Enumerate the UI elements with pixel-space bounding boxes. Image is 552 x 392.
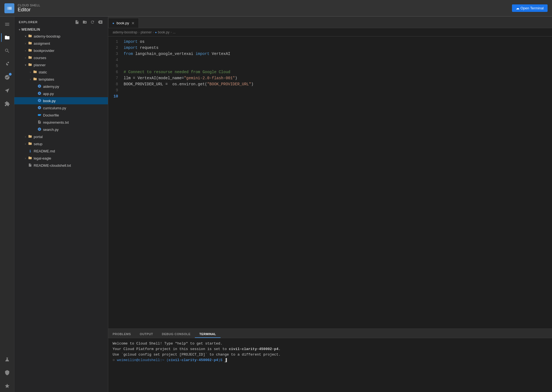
txt-icon-cloudshell (28, 163, 33, 168)
folder-icon-static (33, 70, 38, 75)
terminal-line-3: Use `gcloud config set project [PROJECT_… (113, 352, 548, 357)
flask-icon[interactable] (1, 353, 13, 365)
terminal-prompt: weimeilin@cloudshell:~ (civil-clarity-45… (117, 358, 225, 362)
top-bar-right: ☁ Open Terminal (512, 4, 548, 12)
chevron-portal: › (23, 135, 28, 138)
chevron-bookprovider: › (23, 49, 28, 52)
folder-bookprovider[interactable]: › bookprovider (14, 47, 108, 54)
file-book-py[interactable]: book.py (14, 97, 108, 104)
label-aidemy-py: aidemy.py (43, 84, 108, 89)
folder-icon-setup (28, 142, 33, 146)
terminal-circle: ○ (113, 358, 117, 362)
diamond-icon[interactable] (1, 367, 13, 379)
hamburger-icon[interactable] (1, 18, 13, 30)
chevron-setup: › (23, 142, 28, 145)
editor-area: ● book.py ✕ aidemy-boostrap › planner › … (108, 17, 552, 392)
file-readme-md[interactable]: ℹ README.md (14, 147, 108, 155)
label-courses: courses (34, 56, 108, 60)
star-icon[interactable] (1, 380, 13, 392)
tab-bar: ● book.py ✕ (108, 17, 552, 28)
label-requirements-txt: requirements.txt (43, 120, 108, 125)
folder-icon-portal (28, 134, 33, 139)
terminal-project: civil-clarity-450002-p4 (169, 358, 218, 362)
open-cloud-shell-button[interactable]: ☁ Open Terminal (512, 4, 548, 12)
code-editor[interactable]: 1 import os 2 import requests 3 from lan… (108, 36, 552, 329)
folder-assigment[interactable]: › assigment (14, 40, 108, 47)
folder-courses[interactable]: › courses (14, 54, 108, 61)
terminal-cursor: ▌ (225, 358, 227, 362)
folder-portal[interactable]: › portal (14, 133, 108, 140)
app-title-group: CLOUD SHELL Editor (18, 4, 40, 13)
folder-setup[interactable]: › setup (14, 140, 108, 147)
breadcrumb-part4: ... (173, 30, 176, 34)
chevron-planner: ▾ (23, 63, 28, 67)
folder-static[interactable]: › static (14, 68, 108, 76)
file-search-py[interactable]: search.py (14, 126, 108, 133)
folder-templates[interactable]: › templates (14, 76, 108, 83)
folder-legal-eagle[interactable]: › legal-eagle (14, 155, 108, 162)
docker-icon-dockerfile (37, 113, 42, 118)
tab-terminal[interactable]: TERMINAL (195, 331, 221, 338)
deploy-icon[interactable] (1, 84, 13, 97)
chevron-courses: › (23, 56, 28, 59)
file-dockerfile[interactable]: Dockerfile (14, 112, 108, 119)
tab-book-py[interactable]: ● book.py ✕ (108, 18, 139, 28)
tab-output[interactable]: OUTPUT (135, 331, 157, 338)
tab-close-button[interactable]: ✕ (131, 21, 135, 25)
terminal-line-4: ○ weimeilin@cloudshell:~ (civil-clarity-… (113, 357, 548, 363)
folder-icon-planner (28, 63, 33, 67)
info-icon-readme: ℹ (28, 149, 33, 153)
file-aidemy-py[interactable]: aidemy.py (14, 83, 108, 90)
file-requirements-txt[interactable]: requirements.txt (14, 119, 108, 126)
chevron-legal-eagle: › (23, 157, 28, 160)
chevron-static: › (28, 71, 33, 74)
folder-aidemy-boostrap[interactable]: ▾ aidemy-boostrap (14, 33, 108, 40)
tab-python-icon: ● (112, 21, 114, 25)
code-line-7: 7 llm = VertexAI(model_name="gemini-2.0-… (108, 75, 552, 81)
code-line-1: 1 import os (108, 39, 552, 45)
sidebar: EXPLORER (14, 17, 108, 392)
sidebar-actions (74, 19, 104, 25)
refresh-button[interactable] (89, 19, 96, 25)
new-file-button[interactable] (74, 19, 80, 25)
code-line-9: 9 (108, 87, 552, 93)
project-id: civil-clarity-450002-p4 (229, 347, 278, 351)
python-icon-book (37, 99, 42, 103)
user-circle-icon[interactable] (1, 71, 13, 83)
search-icon[interactable] (1, 45, 13, 57)
python-icon-search (37, 127, 42, 132)
file-readme-cloudshell[interactable]: README-cloudshell.txt (14, 162, 108, 169)
label-bookprovider: bookprovider (34, 49, 108, 53)
tree-root-header[interactable]: ▾ WEIMEILIN (14, 27, 108, 33)
label-planner: planner (34, 63, 108, 67)
breadcrumb-part1: aidemy-boostrap (113, 30, 137, 34)
app-title: Editor (18, 7, 40, 13)
breadcrumb-python-icon: ● (155, 31, 157, 34)
tab-debug-console[interactable]: DEBUG CONSOLE (158, 331, 195, 338)
bottom-panel: PROBLEMS OUTPUT DEBUG CONSOLE TERMINAL W… (108, 329, 552, 392)
label-setup: setup (34, 142, 108, 146)
tab-label-book-py: book.py (116, 21, 129, 25)
terminal-line-2: Your Cloud Platform project in this sess… (113, 346, 548, 352)
files-icon[interactable] (1, 31, 13, 44)
collapse-all-button[interactable] (97, 19, 104, 25)
file-curriculums-py[interactable]: curriculums.py (14, 104, 108, 112)
breadcrumb-part3: book.py (158, 30, 169, 34)
python-icon-aidemy (37, 84, 42, 89)
label-book-py: book.py (43, 99, 108, 103)
git-icon[interactable] (1, 58, 13, 70)
top-bar: CLOUD SHELL Editor ☁ Open Terminal (0, 0, 552, 17)
label-search-py: search.py (43, 128, 108, 132)
root-chevron: ▾ (19, 28, 20, 31)
folder-icon-aidemy-boostrap (28, 34, 33, 39)
app-logo (4, 3, 14, 13)
label-portal: portal (34, 135, 108, 139)
extensions-icon[interactable] (1, 98, 13, 110)
tab-problems[interactable]: PROBLEMS (108, 331, 135, 338)
terminal-content[interactable]: Welcome to Cloud Shell! Type "help" to g… (108, 338, 552, 392)
new-folder-button[interactable] (81, 19, 88, 25)
file-app-py[interactable]: app.py (14, 90, 108, 97)
code-line-5: 5 (108, 63, 552, 69)
folder-planner[interactable]: ▾ planner (14, 61, 108, 68)
activity-bar (0, 17, 14, 392)
